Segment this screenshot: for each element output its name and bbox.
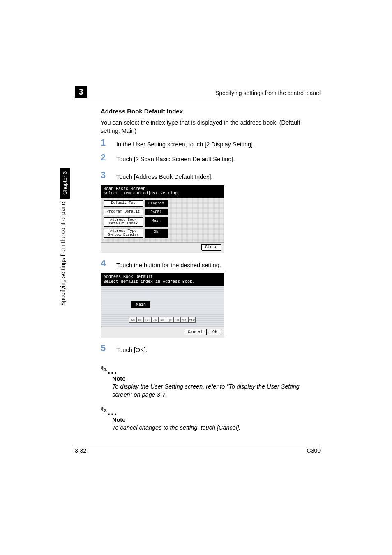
running-head: Specifying settings from the control pan…: [75, 90, 321, 96]
row-label[interactable]: Program Default: [104, 209, 143, 215]
index-tab[interactable]: NN: [159, 317, 166, 323]
row-label[interactable]: Address Book Default Index: [104, 217, 143, 227]
row-value[interactable]: ON: [145, 229, 168, 238]
panel-row: Address Type Symbol Display ON: [104, 229, 221, 238]
note-dots: ...: [108, 407, 118, 417]
model-number: C300: [307, 447, 321, 454]
panel-row: Program Default PAGE1: [104, 209, 221, 215]
row-label[interactable]: Default Tab: [104, 200, 143, 207]
step-2: 2 Touch [2 Scan Basic Screen Default Set…: [101, 155, 321, 164]
index-tab[interactable]: QR: [166, 317, 173, 323]
header-rule: [75, 99, 321, 99]
index-tab[interactable]: DE: [136, 317, 144, 323]
close-button[interactable]: Close: [201, 244, 221, 250]
note-dots: ...: [108, 365, 118, 376]
panel-body: Default Tab Program Program Default PAGE…: [101, 198, 224, 242]
index-tab[interactable]: WX: [181, 317, 188, 323]
chapter-tab: Chapter 3: [60, 168, 70, 199]
note-text: To cancel changes to the setting, touch …: [112, 424, 321, 432]
note-icon: ✎: [100, 364, 108, 375]
index-tab[interactable]: GH: [144, 317, 151, 323]
address-book-default-panel: Address Book Default Select default inde…: [101, 273, 224, 338]
chapter-badge: 3: [75, 86, 87, 98]
step-text: Touch the button for the desired setting…: [116, 261, 321, 270]
index-tab[interactable]: JK: [151, 317, 159, 323]
page-number: 3-32: [75, 447, 86, 454]
side-running-text: Specifying settings from the control pan…: [60, 201, 70, 306]
intro-paragraph: You can select the index type that is di…: [101, 119, 321, 135]
section-heading: Address Book Default Index: [101, 108, 321, 115]
note-text: To display the User Setting screen, refe…: [112, 383, 321, 399]
panel-footer: Close: [101, 242, 224, 253]
row-label[interactable]: Address Type Symbol Display: [104, 229, 143, 238]
step-text: Touch [Address Book Default Index].: [116, 172, 321, 181]
page: Specifying settings from the control pan…: [0, 0, 392, 555]
step-number: 2: [101, 152, 112, 163]
note-icon: ✎: [100, 405, 108, 416]
row-value[interactable]: PAGE1: [145, 209, 168, 215]
index-tab[interactable]: TU: [173, 317, 181, 323]
step-4: 4 Touch the button for the desired setti…: [101, 261, 321, 270]
note-block-1: ✎... Note To display the User Setting sc…: [101, 360, 321, 399]
step-1: 1 In the User Setting screen, touch [2 D…: [101, 140, 321, 149]
scan-basic-screen-panel: Scan Basic Screen Select item and adjust…: [101, 185, 224, 253]
step-text: Touch [OK].: [116, 345, 321, 354]
index-tabs: ABDEGHJKNNQRTUWXetc: [101, 317, 224, 323]
page-footer: 3-32 C300: [75, 445, 321, 454]
step-text: In the User Setting screen, touch [2 Dis…: [116, 140, 321, 149]
step-3: 3 Touch [Address Book Default Index].: [101, 172, 321, 181]
content-area: Address Book Default Index You can selec…: [101, 108, 321, 448]
index-tab[interactable]: etc: [188, 317, 196, 323]
panel-body: Main ABDEGHJKNNQRTUWXetc: [101, 286, 224, 327]
row-value[interactable]: Main: [145, 217, 168, 227]
step-number: 5: [101, 343, 112, 354]
note-block-2: ✎... Note To cancel changes to the setti…: [101, 401, 321, 432]
note-label: Note: [112, 375, 321, 382]
step-number: 1: [101, 137, 112, 148]
step-text: Touch [2 Scan Basic Screen Default Setti…: [116, 155, 321, 164]
panel-row: Default Tab Program: [104, 200, 221, 207]
panel-title: Address Book Default Select default inde…: [101, 273, 224, 286]
row-value[interactable]: Program: [145, 200, 168, 207]
step-number: 4: [101, 258, 112, 269]
note-label: Note: [112, 416, 321, 423]
step-number: 3: [101, 170, 112, 180]
panel-title: Scan Basic Screen Select item and adjust…: [101, 185, 224, 198]
panel-row: Address Book Default Index Main: [104, 217, 221, 227]
cancel-button[interactable]: Cancel: [184, 329, 206, 335]
ok-button[interactable]: OK: [209, 329, 221, 335]
panel-footer: Cancel OK: [101, 327, 224, 338]
step-5: 5 Touch [OK].: [101, 345, 321, 354]
index-tab[interactable]: AB: [129, 317, 136, 323]
side-tab-area: Chapter 3 Specifying settings from the c…: [60, 168, 70, 336]
main-button[interactable]: Main: [131, 301, 150, 308]
